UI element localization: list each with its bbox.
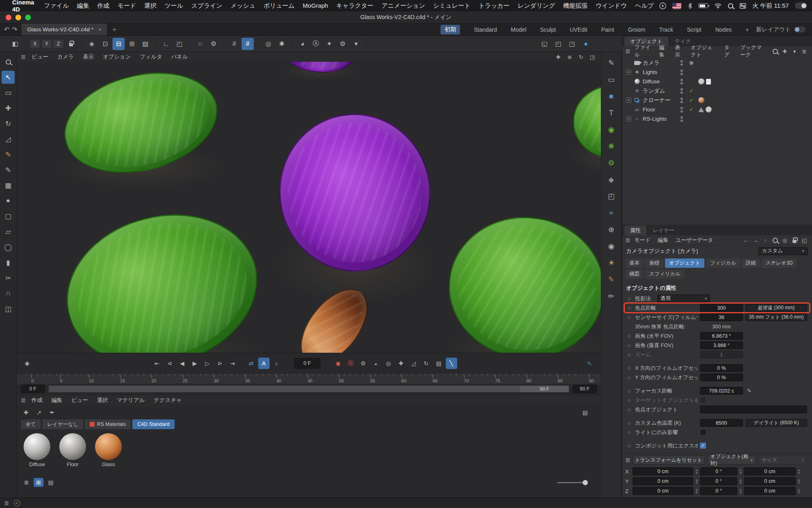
layout-preset-3-icon[interactable]: ◳ <box>566 38 578 50</box>
section-tab-ステレオ3D[interactable]: ステレオ3D <box>762 258 797 268</box>
material-item-Diffuse[interactable]: Diffuse <box>22 433 52 467</box>
layout-tab-初期[interactable]: 初期 <box>441 25 460 35</box>
layout-tab-Standard[interactable]: Standard <box>474 26 497 33</box>
material-tag[interactable] <box>698 97 704 103</box>
layout-preset-2-icon[interactable]: ◰ <box>552 38 564 50</box>
property-preset-select[interactable]: 超望遠 (300 mm) <box>745 304 807 312</box>
active-camera-icon[interactable]: ⊕ <box>687 60 696 66</box>
material-filter-tab-RS Materials[interactable]: RS Materials <box>85 419 131 429</box>
material-menu-item[interactable]: 作成 <box>27 397 47 404</box>
polygons-mode-icon[interactable]: ⊞ <box>126 38 138 50</box>
torus-primitive-icon[interactable]: ◯ <box>2 241 15 254</box>
property-key-icon[interactable]: ◇ <box>628 407 633 412</box>
previous-frame-button[interactable]: ◀ <box>177 358 188 369</box>
expander-icon[interactable] <box>626 60 631 65</box>
attr-menu-item[interactable]: 編集 <box>654 237 672 244</box>
layout-preset-1-icon[interactable]: ◱ <box>538 38 551 50</box>
menubar-item[interactable]: 選択 <box>140 2 160 10</box>
keyframe-selection-button[interactable]: ◒ <box>370 358 382 369</box>
mograph-cloner-icon[interactable]: ❋ <box>604 139 619 153</box>
material-item-Glass[interactable]: Glass <box>94 433 123 467</box>
previous-key-button[interactable]: ⊲ <box>164 358 175 369</box>
menubar-clock[interactable]: 火 午前 11:57 <box>752 2 789 10</box>
attr-lock-icon[interactable] <box>790 236 799 244</box>
pick-material-button[interactable]: ✒ <box>47 407 57 418</box>
stage-icon[interactable]: ◉ <box>604 239 619 253</box>
visibility-toggles[interactable] <box>679 88 685 94</box>
checkbox[interactable] <box>700 429 706 435</box>
object-name[interactable]: Lights <box>643 69 677 75</box>
zoom-view-icon[interactable]: ⊕ <box>565 53 574 61</box>
menubar-toggle-icon[interactable] <box>795 2 807 9</box>
redo-icon[interactable]: ↷ <box>12 26 17 33</box>
volume-builder-icon[interactable]: ◆ <box>604 173 619 187</box>
property-value-field[interactable]: 1 <box>700 351 743 358</box>
spline-pen-icon[interactable]: ✎ <box>604 56 619 70</box>
viewport-capture-icon[interactable]: ◧ <box>9 38 21 50</box>
zoom-window-button[interactable] <box>25 15 31 20</box>
motext-icon[interactable]: T <box>604 106 619 120</box>
material-tag[interactable] <box>698 78 704 85</box>
object-name[interactable]: クローナー <box>643 97 677 104</box>
range-end-field[interactable]: 90 F <box>572 385 597 393</box>
rotation-field[interactable]: 0 ° <box>700 467 737 475</box>
layout-tab-Nodes[interactable]: Nodes <box>715 26 732 33</box>
om-search-icon[interactable] <box>771 47 780 55</box>
mirror-tool-icon[interactable]: ◫ <box>2 302 15 315</box>
om-menu-icon[interactable]: ≣ <box>625 48 630 55</box>
property-key-icon[interactable]: ◇ <box>628 366 633 370</box>
timeline-key-icon[interactable]: ◆ <box>25 360 30 367</box>
icon-view-icon[interactable]: ⊞ <box>34 478 43 487</box>
enabled-check-icon[interactable]: ✓ <box>687 106 696 113</box>
expander-icon[interactable]: + <box>626 69 631 75</box>
menubar-app-name[interactable]: Cinema 4D <box>12 0 34 13</box>
load-material-button[interactable]: ↗ <box>34 407 44 418</box>
om-filter-icon[interactable]: ≣ <box>800 47 809 55</box>
property-key-icon[interactable]: ◇ <box>628 421 633 425</box>
property-value-field[interactable]: 300 <box>700 304 743 312</box>
enabled-check-icon[interactable]: ✓ <box>687 97 696 103</box>
property-value-field[interactable]: 709.0202 c <box>700 387 743 395</box>
rotation-field[interactable]: 0 ° <box>700 477 737 485</box>
stepper-icon[interactable]: ▴▾ <box>739 469 743 474</box>
paint-tool-icon[interactable]: ✎ <box>604 273 619 287</box>
property-key-icon[interactable]: ◇ <box>628 430 633 434</box>
subdivision-surface-icon[interactable]: ◉ <box>604 123 619 137</box>
key-pla-toggle[interactable]: ╲ <box>446 358 457 369</box>
object-name[interactable]: カメラ <box>643 59 677 67</box>
material-menu-item[interactable]: 編集 <box>47 397 67 404</box>
key-position-toggle[interactable]: ✚ <box>395 358 407 369</box>
layout-tab-Model[interactable]: Model <box>511 26 526 33</box>
viewport-menu-item[interactable]: 表示 <box>78 53 98 61</box>
object-row[interactable]: ✳ ランダム ✓ <box>622 86 812 96</box>
om-add-icon[interactable]: ✚ <box>780 47 789 55</box>
field-icon[interactable]: ◰ <box>604 189 619 203</box>
input-source-flag-icon[interactable] <box>672 3 681 9</box>
material-filter-tab-全て[interactable]: 全て <box>21 419 41 429</box>
viewport-menu-item[interactable]: フィルタ <box>135 53 166 61</box>
sphere-primitive-icon[interactable]: ● <box>2 194 15 207</box>
property-key-icon[interactable]: ◇ <box>628 398 633 402</box>
object-row[interactable]: ▱ Floor ✓ <box>622 105 812 114</box>
cube-object-icon[interactable]: ■ <box>604 89 619 103</box>
workplane-icon[interactable]: ∟ <box>160 38 172 50</box>
property-value-field[interactable]: 0 % <box>700 373 743 381</box>
layout-tab-Paint[interactable]: Paint <box>601 26 614 33</box>
object-row[interactable]: + クローナー ✓ <box>622 96 812 105</box>
new-layout-label[interactable]: 新レイアウト <box>756 26 791 33</box>
modeling-settings-icon[interactable]: ✱ <box>276 38 288 50</box>
close-tab-icon[interactable]: × <box>98 26 102 33</box>
visibility-toggles[interactable] <box>679 79 685 85</box>
menubar-item[interactable]: レンダリング <box>514 2 559 10</box>
property-key-icon[interactable]: ◇ <box>628 443 633 448</box>
property-key-icon[interactable]: ◇ <box>628 306 633 310</box>
material-filter-tab-C4D Standard[interactable]: C4D Standard <box>132 419 174 429</box>
enabled-check-icon[interactable]: ✓ <box>687 88 696 94</box>
keyframe-settings-button[interactable]: ⚙ <box>358 358 369 369</box>
stepper-icon[interactable]: ▴▾ <box>695 478 699 484</box>
compositing-tag[interactable] <box>706 79 711 85</box>
stepper-icon[interactable]: ▴▾ <box>695 469 699 474</box>
position-field[interactable]: 0 cm <box>633 487 693 495</box>
projection-select[interactable]: 透視▾ <box>657 295 710 302</box>
snap-settings-icon[interactable]: ⚙ <box>207 38 220 50</box>
